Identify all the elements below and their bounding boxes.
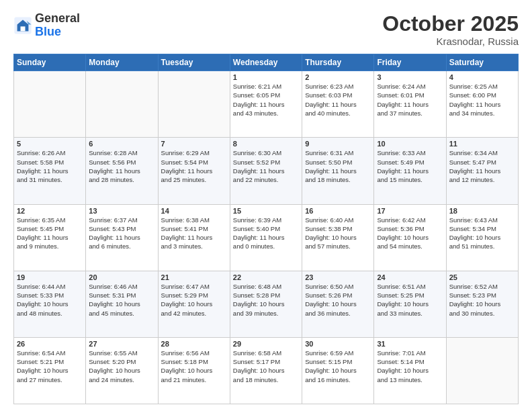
day-info: Sunrise: 6:43 AMSunset: 5:34 PMDaylight:… [449,216,515,251]
day-info: Sunrise: 6:21 AMSunset: 6:05 PMDaylight:… [233,82,299,118]
day-number: 8 [233,140,299,148]
day-number: 5 [17,140,83,148]
logo-text: General Blue [35,12,80,39]
day-number: 9 [305,140,371,148]
day-info: Sunrise: 6:46 AMSunset: 5:31 PMDaylight:… [89,282,154,318]
day-info: Sunrise: 6:23 AMSunset: 6:03 PMDaylight:… [305,82,371,118]
day-number: 28 [161,340,227,348]
calendar-week-row-0: 1Sunrise: 6:21 AMSunset: 6:05 PMDaylight… [14,71,519,138]
header: General Blue October 2025 Krasnodar, Rus… [13,12,519,47]
day-number: 13 [89,207,154,215]
day-number: 7 [161,140,227,148]
day-number: 1 [233,73,299,81]
day-info: Sunrise: 6:52 AMSunset: 5:23 PMDaylight:… [449,282,515,318]
day-info: Sunrise: 6:56 AMSunset: 5:18 PMDaylight:… [161,349,227,384]
day-number: 18 [449,207,515,215]
calendar-table: Sunday Monday Tuesday Wednesday Thursday… [13,54,519,404]
day-number: 27 [89,340,154,348]
location: Krasnodar, Russia [382,36,519,47]
day-number: 21 [161,273,227,281]
calendar-cell: 22Sunrise: 6:48 AMSunset: 5:28 PMDayligh… [230,271,302,337]
calendar-cell: 18Sunrise: 6:43 AMSunset: 5:34 PMDayligh… [446,204,518,271]
day-info: Sunrise: 6:40 AMSunset: 5:38 PMDaylight:… [305,216,371,251]
calendar-cell [86,71,158,138]
day-number: 26 [17,340,83,348]
day-number: 6 [89,140,154,148]
calendar-cell: 1Sunrise: 6:21 AMSunset: 6:05 PMDaylight… [230,71,302,138]
day-info: Sunrise: 6:39 AMSunset: 5:40 PMDaylight:… [233,216,299,251]
day-info: Sunrise: 6:50 AMSunset: 5:26 PMDaylight:… [305,282,371,318]
calendar-week-row-3: 19Sunrise: 6:44 AMSunset: 5:33 PMDayligh… [14,271,519,337]
svg-rect-3 [21,26,26,31]
day-info: Sunrise: 6:28 AMSunset: 5:56 PMDaylight:… [89,148,154,184]
day-info: Sunrise: 6:35 AMSunset: 5:45 PMDaylight:… [17,216,83,251]
calendar-cell: 17Sunrise: 6:42 AMSunset: 5:36 PMDayligh… [374,204,446,271]
calendar-cell: 19Sunrise: 6:44 AMSunset: 5:33 PMDayligh… [14,271,86,337]
day-info: Sunrise: 6:55 AMSunset: 5:20 PMDaylight:… [89,349,154,384]
calendar-cell: 6Sunrise: 6:28 AMSunset: 5:56 PMDaylight… [86,138,158,204]
calendar-cell: 4Sunrise: 6:25 AMSunset: 6:00 PMDaylight… [446,71,518,138]
day-number: 17 [377,207,443,215]
calendar-week-row-4: 26Sunrise: 6:54 AMSunset: 5:21 PMDayligh… [14,337,519,404]
day-info: Sunrise: 6:25 AMSunset: 6:00 PMDaylight:… [449,82,515,118]
calendar-cell: 11Sunrise: 6:34 AMSunset: 5:47 PMDayligh… [446,138,518,204]
calendar-cell: 13Sunrise: 6:37 AMSunset: 5:43 PMDayligh… [86,204,158,271]
day-info: Sunrise: 6:26 AMSunset: 5:58 PMDaylight:… [17,148,83,184]
day-info: Sunrise: 6:47 AMSunset: 5:29 PMDaylight:… [161,282,227,318]
day-number: 29 [233,340,299,348]
page: General Blue October 2025 Krasnodar, Rus… [0,0,532,411]
day-number: 20 [89,273,154,281]
calendar-cell: 15Sunrise: 6:39 AMSunset: 5:40 PMDayligh… [230,204,302,271]
calendar-cell: 21Sunrise: 6:47 AMSunset: 5:29 PMDayligh… [158,271,230,337]
day-number: 4 [449,73,515,81]
logo-general-text: General [35,12,80,26]
calendar-cell: 2Sunrise: 6:23 AMSunset: 6:03 PMDaylight… [302,71,374,138]
col-monday: Monday [86,54,158,71]
calendar-cell: 14Sunrise: 6:38 AMSunset: 5:41 PMDayligh… [158,204,230,271]
calendar-cell: 12Sunrise: 6:35 AMSunset: 5:45 PMDayligh… [14,204,86,271]
col-friday: Friday [374,54,446,71]
calendar-cell: 26Sunrise: 6:54 AMSunset: 5:21 PMDayligh… [14,337,86,404]
day-info: Sunrise: 6:59 AMSunset: 5:15 PMDaylight:… [305,349,371,384]
day-info: Sunrise: 6:37 AMSunset: 5:43 PMDaylight:… [89,216,154,251]
day-number: 10 [377,140,443,148]
calendar-cell: 7Sunrise: 6:29 AMSunset: 5:54 PMDaylight… [158,138,230,204]
col-tuesday: Tuesday [158,54,230,71]
day-info: Sunrise: 6:42 AMSunset: 5:36 PMDaylight:… [377,216,443,251]
day-info: Sunrise: 6:58 AMSunset: 5:17 PMDaylight:… [233,349,299,384]
calendar-cell: 23Sunrise: 6:50 AMSunset: 5:26 PMDayligh… [302,271,374,337]
day-number: 19 [17,273,83,281]
day-info: Sunrise: 7:01 AMSunset: 5:14 PMDaylight:… [377,349,443,384]
day-info: Sunrise: 6:34 AMSunset: 5:47 PMDaylight:… [449,148,515,184]
calendar-cell: 24Sunrise: 6:51 AMSunset: 5:25 PMDayligh… [374,271,446,337]
day-number: 15 [233,207,299,215]
calendar-cell: 29Sunrise: 6:58 AMSunset: 5:17 PMDayligh… [230,337,302,404]
day-number: 16 [305,207,371,215]
day-number: 31 [377,340,443,348]
day-number: 30 [305,340,371,348]
day-info: Sunrise: 6:44 AMSunset: 5:33 PMDaylight:… [17,282,83,318]
logo-blue-text: Blue [35,26,80,39]
calendar-cell: 27Sunrise: 6:55 AMSunset: 5:20 PMDayligh… [86,337,158,404]
calendar-cell: 10Sunrise: 6:33 AMSunset: 5:49 PMDayligh… [374,138,446,204]
calendar-cell: 16Sunrise: 6:40 AMSunset: 5:38 PMDayligh… [302,204,374,271]
day-number: 2 [305,73,371,81]
day-number: 25 [449,273,515,281]
calendar-cell: 31Sunrise: 7:01 AMSunset: 5:14 PMDayligh… [374,337,446,404]
calendar-cell [14,71,86,138]
title-block: October 2025 Krasnodar, Russia [382,12,519,47]
col-wednesday: Wednesday [230,54,302,71]
calendar-cell [446,337,518,404]
day-number: 12 [17,207,83,215]
day-number: 24 [377,273,443,281]
calendar-cell: 20Sunrise: 6:46 AMSunset: 5:31 PMDayligh… [86,271,158,337]
calendar-cell: 25Sunrise: 6:52 AMSunset: 5:23 PMDayligh… [446,271,518,337]
calendar-cell: 9Sunrise: 6:31 AMSunset: 5:50 PMDaylight… [302,138,374,204]
day-number: 3 [377,73,443,81]
month-title: October 2025 [382,12,519,36]
calendar-cell: 28Sunrise: 6:56 AMSunset: 5:18 PMDayligh… [158,337,230,404]
col-thursday: Thursday [302,54,374,71]
logo: General Blue [13,12,80,39]
calendar-cell [158,71,230,138]
day-info: Sunrise: 6:54 AMSunset: 5:21 PMDaylight:… [17,349,83,384]
